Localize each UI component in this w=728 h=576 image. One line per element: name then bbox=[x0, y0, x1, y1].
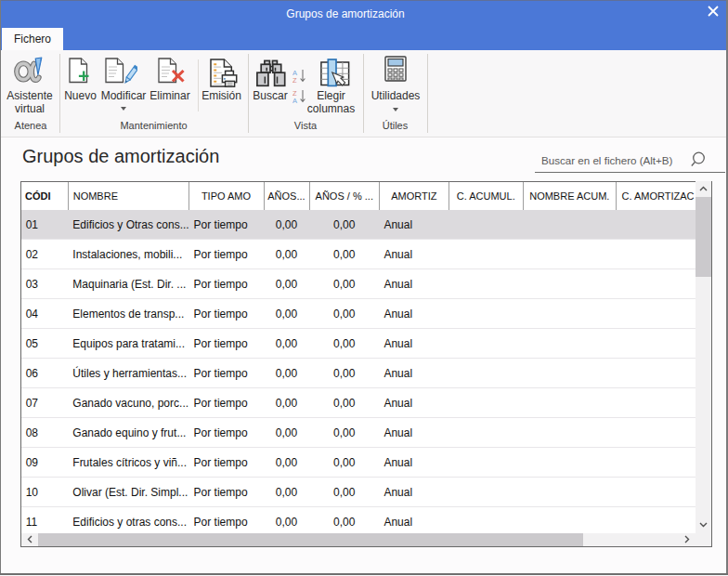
svg-text:Z: Z bbox=[292, 75, 297, 84]
svg-text:A: A bbox=[292, 96, 297, 104]
